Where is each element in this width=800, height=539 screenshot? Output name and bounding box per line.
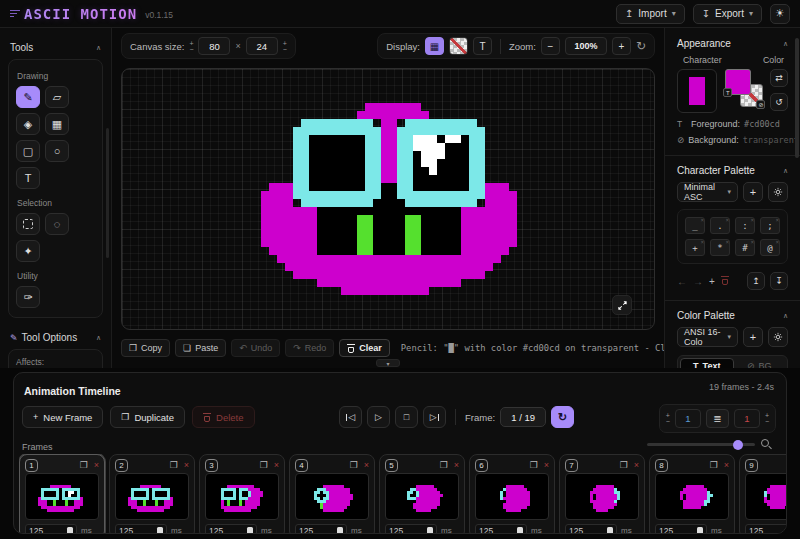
frame-duration-input[interactable]: 125	[475, 524, 527, 535]
delete-frame-icon[interactable]: ×	[184, 460, 189, 470]
export-button[interactable]: ↧ Export ▾	[693, 4, 762, 24]
copy-button[interactable]: ❐Copy	[121, 339, 170, 357]
duplicate-frame-button[interactable]: ❐Duplicate	[110, 406, 185, 428]
frame-duration-input[interactable]: 125	[745, 524, 787, 535]
frame-thumbnail[interactable]	[25, 473, 99, 520]
expand-canvas-button[interactable]	[612, 295, 632, 315]
remove-char-icon[interactable]: ×	[750, 238, 754, 245]
frame-card[interactable]: 3❐×125ms	[199, 454, 285, 534]
width-stepper[interactable]: +−	[189, 41, 193, 52]
theme-toggle-button[interactable]: ☀	[770, 4, 790, 24]
color-palette-settings-button[interactable]	[768, 327, 788, 347]
add-char-palette-button[interactable]: +	[743, 182, 763, 202]
canvas-width-input[interactable]: 80	[198, 37, 230, 55]
rect-select-tool-button[interactable]	[16, 213, 40, 235]
redo-button[interactable]: ↷Redo	[285, 339, 334, 357]
timeline-zoom-slider[interactable]	[647, 443, 755, 446]
frame-duration-input[interactable]: 125	[115, 524, 167, 535]
frame-card[interactable]: 6❐×125ms	[469, 454, 555, 534]
minus-icon[interactable]: −	[283, 47, 287, 52]
reset-colors-button[interactable]: ↺	[770, 93, 788, 111]
duplicate-frame-icon[interactable]: ❐	[620, 460, 628, 470]
rectangle-tool-button[interactable]: ▢	[16, 140, 40, 162]
duplicate-frame-icon[interactable]: ❐	[80, 460, 88, 470]
stop-button[interactable]: □	[395, 406, 418, 428]
duplicate-frame-icon[interactable]: ❐	[530, 460, 538, 470]
char-display-toggle-button[interactable]: T	[473, 37, 492, 55]
palette-char-button[interactable]: @×	[760, 239, 780, 256]
remove-char-icon[interactable]: ×	[775, 216, 779, 223]
delete-frame-icon[interactable]: ×	[544, 460, 549, 470]
height-stepper[interactable]: +−	[283, 41, 287, 52]
new-frame-button[interactable]: +New Frame	[22, 406, 103, 428]
minus-icon[interactable]: −	[666, 419, 670, 424]
frame-card[interactable]: 5❐×125ms	[379, 454, 465, 534]
remove-char-icon[interactable]: ×	[700, 216, 704, 223]
foreground-swatch[interactable]: T	[725, 69, 751, 95]
color-palette-header[interactable]: Color Palette ∧	[677, 310, 788, 321]
paste-button[interactable]: ❏Paste	[175, 339, 226, 357]
plus-icon[interactable]: +	[189, 41, 193, 46]
skip-start-button[interactable]: ◁	[339, 406, 362, 428]
text-tool-button[interactable]: T	[16, 167, 40, 189]
filled-rectangle-tool-button[interactable]: ▦	[45, 113, 69, 135]
slider-thumb[interactable]	[733, 440, 743, 450]
next-arrow-icon[interactable]: →	[693, 276, 703, 287]
delete-frame-icon[interactable]: ×	[364, 460, 369, 470]
frame-card[interactable]: 8❐×125ms	[649, 454, 735, 534]
duplicate-frame-icon[interactable]: ❐	[260, 460, 268, 470]
grid-toggle-button[interactable]: ▦	[425, 37, 444, 55]
play-button[interactable]: ▷	[367, 406, 390, 428]
delete-frame-icon[interactable]: ×	[454, 460, 459, 470]
frame-thumbnail[interactable]	[295, 473, 369, 520]
char-palette-dropdown[interactable]: Minimal ASC ▾	[677, 182, 738, 202]
tools-section-header[interactable]: Tools ∧	[8, 38, 103, 57]
add-char-button[interactable]: +	[709, 276, 715, 287]
palette-char-button[interactable]: *×	[710, 239, 730, 256]
right-scrollbar[interactable]	[795, 38, 799, 158]
duplicate-frame-icon[interactable]: ❐	[350, 460, 358, 470]
upload-palette-button[interactable]: ↥	[747, 272, 765, 290]
left-scrollbar[interactable]	[106, 128, 109, 258]
delete-frame-icon[interactable]: ×	[724, 460, 729, 470]
timeline-collapse-handle[interactable]: ▾	[376, 359, 400, 367]
palette-char-button[interactable]: .×	[710, 217, 730, 234]
frame-card[interactable]: 4❐×125ms	[289, 454, 375, 534]
prev-arrow-icon[interactable]: ←	[677, 276, 687, 287]
tool-options-header[interactable]: ✎ Tool Options ∧	[8, 328, 103, 347]
download-palette-button[interactable]: ↧	[770, 272, 788, 290]
remove-char-icon[interactable]: ×	[775, 238, 779, 245]
duplicate-frame-icon[interactable]: ❐	[440, 460, 448, 470]
delete-frame-icon[interactable]: ×	[274, 460, 279, 470]
minus-icon[interactable]: −	[765, 419, 769, 424]
loop-toggle-button[interactable]: ↻	[551, 406, 574, 428]
palette-char-button[interactable]: ;×	[760, 217, 780, 234]
eraser-tool-button[interactable]: ▱	[45, 86, 69, 108]
plus-icon[interactable]: +	[283, 41, 287, 46]
remove-char-icon[interactable]: ×	[725, 216, 729, 223]
magic-wand-tool-button[interactable]: ✦	[16, 240, 40, 262]
onion-prev-count[interactable]: 1	[675, 409, 701, 428]
frame-duration-input[interactable]: 125	[655, 524, 707, 535]
frame-thumbnail[interactable]	[205, 473, 279, 520]
onion-skin-toggle-button[interactable]: ≣	[706, 409, 729, 428]
minus-icon[interactable]: −	[189, 47, 193, 52]
palette-char-button[interactable]: _×	[685, 217, 705, 234]
zoom-reset-button[interactable]: ↻	[636, 39, 646, 53]
skip-end-button[interactable]: ▷	[423, 406, 446, 428]
frame-thumbnail[interactable]	[655, 473, 729, 520]
color-palette-dropdown[interactable]: ANSI 16-Colo ▾	[677, 327, 738, 347]
frame-duration-input[interactable]: 125	[25, 524, 77, 535]
zoom-in-button[interactable]: +	[612, 37, 631, 55]
frame-card[interactable]: 9❐×125ms	[739, 454, 787, 534]
frame-card[interactable]: 7❐×125ms	[559, 454, 645, 534]
frame-thumbnail[interactable]	[745, 473, 787, 520]
canvas-height-input[interactable]: 24	[246, 37, 278, 55]
swap-colors-button[interactable]: ⇄	[770, 69, 788, 87]
duplicate-frame-icon[interactable]: ❐	[710, 460, 718, 470]
onion-next-stepper[interactable]: +−	[765, 413, 769, 424]
import-button[interactable]: ↥ Import ▾	[616, 4, 685, 24]
lasso-tool-button[interactable]: ◌	[45, 213, 69, 235]
delete-char-button[interactable]	[721, 276, 729, 287]
delete-frame-icon[interactable]: ×	[634, 460, 639, 470]
